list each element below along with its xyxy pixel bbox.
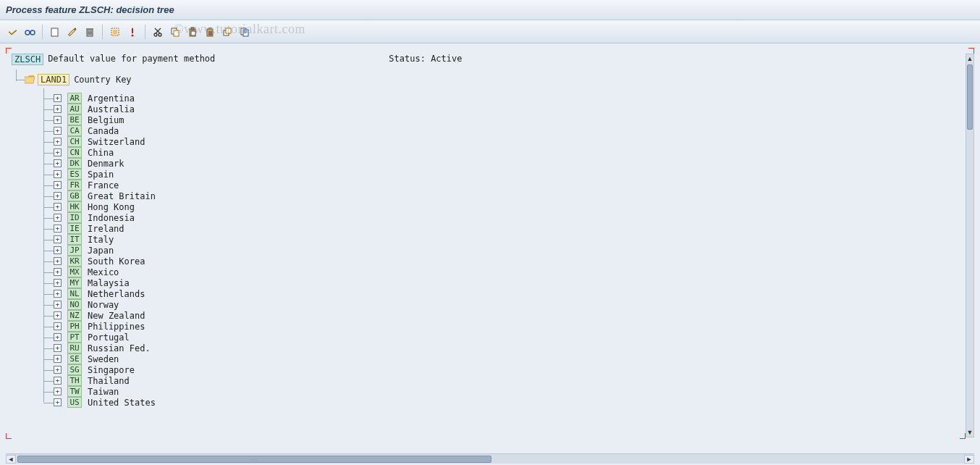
country-code: ID	[67, 212, 82, 223]
country-row[interactable]: +NLNetherlands	[56, 288, 964, 299]
undo-icon[interactable]	[219, 24, 235, 40]
expand-icon[interactable]: +	[54, 181, 62, 189]
expand-icon[interactable]: +	[54, 192, 62, 200]
expand-icon[interactable]: +	[54, 257, 62, 265]
expand-icon[interactable]: +	[54, 235, 62, 243]
expand-icon[interactable]: +	[54, 322, 62, 330]
country-row[interactable]: +ITItaly	[56, 234, 964, 245]
country-row[interactable]: +RURussian Fed.	[56, 343, 964, 353]
svg-point-13	[132, 34, 134, 36]
country-code: SG	[67, 364, 82, 375]
svg-point-14	[154, 33, 157, 36]
country-row[interactable]: +NONorway	[56, 299, 964, 310]
country-row[interactable]: +CACanada	[56, 125, 964, 136]
expand-icon[interactable]: +	[54, 268, 62, 276]
scroll-down-icon[interactable]: ▼	[966, 428, 973, 437]
branch-row[interactable]: LAND1 Country Key	[25, 72, 964, 87]
scroll-thumb[interactable]	[967, 64, 973, 130]
country-row[interactable]: +JPJapan	[56, 245, 964, 256]
find-icon[interactable]	[237, 24, 253, 40]
expand-icon[interactable]: +	[54, 170, 62, 178]
expand-icon[interactable]: +	[54, 116, 62, 124]
scroll-left-icon[interactable]: ◄	[6, 455, 16, 464]
country-row[interactable]: +FRFrance	[56, 180, 964, 190]
svg-line-17	[155, 28, 160, 33]
svg-point-1	[30, 30, 35, 35]
check-icon[interactable]	[4, 24, 20, 40]
vertical-scrollbar[interactable]: ▲ ▼	[966, 54, 974, 437]
country-row[interactable]: +CHSwitzerland	[56, 136, 964, 147]
expand-icon[interactable]: +	[54, 225, 62, 232]
scroll-right-icon[interactable]: ►	[964, 455, 974, 464]
country-row[interactable]: +DKDenmark	[56, 158, 964, 169]
country-row[interactable]: +MYMalaysia	[56, 277, 964, 288]
edit-icon[interactable]	[64, 24, 80, 40]
paste-icon[interactable]	[185, 24, 200, 40]
country-row[interactable]: +MXMexico	[56, 267, 964, 277]
country-row[interactable]: +IEIreland	[56, 223, 964, 234]
expand-icon[interactable]: +	[54, 333, 62, 341]
country-row[interactable]: +BEBelgium	[56, 114, 964, 125]
country-name: Great Britain	[88, 191, 156, 201]
country-name: Belgium	[88, 115, 124, 125]
country-row[interactable]: +GBGreat Britain	[56, 190, 964, 201]
expand-icon[interactable]: +	[54, 344, 62, 352]
country-row[interactable]: +SESweden	[56, 353, 964, 364]
glasses-icon[interactable]	[22, 24, 38, 40]
expand-icon[interactable]: +	[54, 94, 62, 102]
country-row[interactable]: +CNChina	[56, 147, 964, 158]
country-code: AR	[67, 93, 82, 104]
country-row[interactable]: +KRSouth Korea	[56, 256, 964, 267]
tree-root[interactable]: ZLSCH Default value for payment method S…	[12, 54, 964, 65]
expand-icon[interactable]: +	[54, 148, 62, 156]
expand-icon[interactable]: +	[54, 366, 62, 374]
country-row[interactable]: +ARArgentina	[56, 93, 964, 104]
expand-icon[interactable]: +	[54, 398, 62, 406]
expand-icon[interactable]: +	[54, 377, 62, 385]
country-row[interactable]: +HKHong Kong	[56, 201, 964, 212]
country-row[interactable]: +NZNew Zealand	[56, 310, 964, 321]
country-code: ES	[67, 169, 82, 180]
expand-icon[interactable]: +	[54, 159, 62, 167]
horizontal-scrollbar[interactable]: ◄ :::: ►	[6, 453, 974, 464]
titlebar: Process feature ZLSCH: decision tree	[0, 0, 980, 20]
country-row[interactable]: +TWTaiwan	[56, 386, 964, 397]
expand-icon[interactable]: +	[54, 355, 62, 363]
svg-line-16	[156, 28, 161, 33]
select-icon[interactable]	[107, 24, 123, 40]
hscroll-track[interactable]: ::::	[16, 455, 964, 464]
new-icon[interactable]	[47, 24, 63, 40]
delete-icon[interactable]	[82, 24, 98, 40]
country-row[interactable]: +ESSpain	[56, 169, 964, 180]
country-row[interactable]: +SGSingapore	[56, 364, 964, 375]
country-name: Netherlands	[88, 289, 145, 299]
paste-special-icon[interactable]	[202, 24, 218, 40]
expand-icon[interactable]: +	[54, 290, 62, 298]
country-code: US	[67, 397, 82, 408]
country-row[interactable]: +IDIndonesia	[56, 212, 964, 223]
country-row[interactable]: +PHPhilippines	[56, 321, 964, 332]
country-row[interactable]: +USUnited States	[56, 397, 964, 408]
scroll-up-icon[interactable]: ▲	[966, 54, 973, 63]
cut-icon[interactable]	[150, 24, 166, 40]
expand-icon[interactable]: +	[54, 388, 62, 395]
hscroll-thumb[interactable]: ::::	[17, 456, 491, 463]
expand-icon[interactable]: +	[54, 311, 62, 319]
expand-icon[interactable]: +	[54, 138, 62, 146]
expand-icon[interactable]: +	[54, 214, 62, 222]
info-icon[interactable]	[124, 24, 140, 40]
expand-icon[interactable]: +	[54, 203, 62, 211]
expand-icon[interactable]: +	[54, 279, 62, 287]
country-name: United States	[88, 398, 156, 408]
copy-icon[interactable]	[167, 24, 183, 40]
expand-icon[interactable]: +	[54, 301, 62, 309]
country-code: AU	[67, 104, 82, 114]
country-row[interactable]: +AUAustralia	[56, 104, 964, 114]
country-name: Australia	[88, 104, 135, 114]
expand-icon[interactable]: +	[54, 127, 62, 135]
country-name: Switzerland	[88, 137, 145, 147]
expand-icon[interactable]: +	[54, 105, 62, 113]
expand-icon[interactable]: +	[54, 246, 62, 254]
country-row[interactable]: +PTPortugal	[56, 332, 964, 343]
country-row[interactable]: +THThailand	[56, 375, 964, 386]
